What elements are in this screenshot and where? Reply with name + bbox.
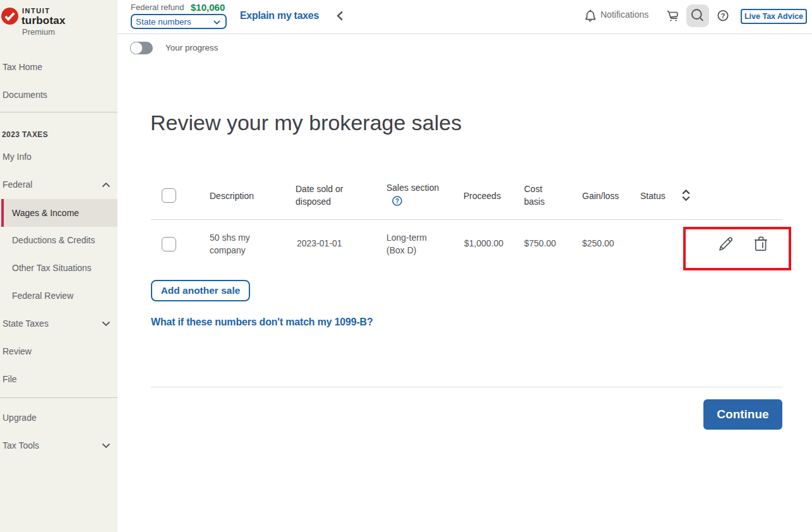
svg-text:?: ? [395,198,399,205]
svg-text:?: ? [720,12,725,20]
